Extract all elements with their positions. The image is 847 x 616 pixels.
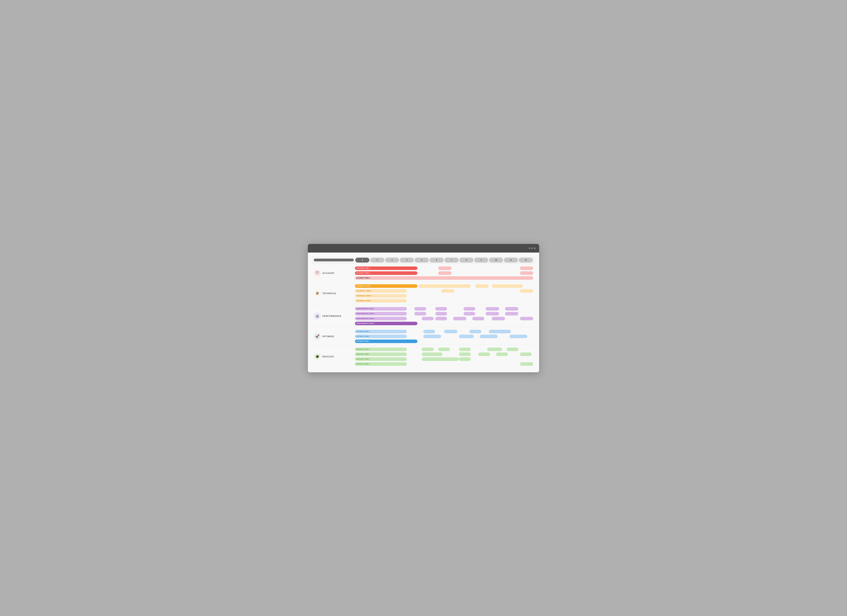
educate-icon: 🎓	[314, 353, 321, 360]
educate-title: EDUCATE	[322, 355, 334, 358]
week-header-6: 6	[429, 258, 444, 262]
bar-educate-r2-b2	[459, 357, 471, 361]
bar-technical-r0-b3	[492, 284, 523, 288]
bar-optimize-r1-b4	[509, 335, 527, 338]
bar-educate-r0-b3	[459, 348, 471, 351]
optimize-row-0: OPTIMIZE ITEM 1	[355, 330, 533, 333]
dot-1	[529, 248, 531, 249]
bar-educate-r0-b1	[422, 348, 434, 351]
bar-educate-r0-b0: EDUCATE ITEM 1	[355, 348, 407, 351]
bar-educate-r1-b0: EDUCATE ITEM 2	[355, 352, 407, 356]
bar-performance-r1-b5	[505, 312, 518, 315]
bar-performance-r1-b4	[485, 312, 499, 315]
performance-bars: PERFORMANCE ITEM 1PERFORMANCE ITEM 2PERF…	[355, 307, 533, 326]
section-performance: ◎PERFORMANCEPERFORMANCE ITEM 1PERFORMANC…	[312, 304, 535, 327]
educate-row-1: EDUCATE ITEM 2	[355, 352, 533, 356]
performance-row-2: PERFORMANCE ITEM 3	[355, 317, 533, 321]
technical-bars: TECHNICAL ITEM 1TECHNICAL ITEM 2TECHNICA…	[355, 284, 533, 303]
sections-container: 🛡ACCOUNTACCOUNT ITEM 1ACCOUNT ITEM 2ACCO…	[312, 264, 535, 368]
section-label-technical: ⚙TECHNICAL	[314, 284, 355, 303]
bar-account-r0-b1	[438, 267, 452, 270]
optimize-row-1: OPTIMIZE ITEM 2	[355, 335, 533, 338]
week-header-1: 1	[355, 258, 369, 262]
bar-performance-r2-b0: PERFORMANCE ITEM 3	[355, 317, 407, 320]
optimize-title: OPTIMIZE	[322, 335, 334, 337]
section-label-educate: 🎓EDUCATE	[314, 347, 355, 366]
section-educate: 🎓EDUCATEEDUCATE ITEM 1EDUCATE ITEM 2EDUC…	[312, 345, 535, 368]
bar-technical-r0-b2	[475, 284, 488, 288]
bar-performance-r0-b0: PERFORMANCE ITEM 1	[355, 307, 407, 311]
week-header-10: 10	[489, 258, 503, 262]
bar-optimize-r2-b0: OPTIMIZE ITEM 3	[355, 339, 418, 343]
bar-performance-r0-b5	[505, 307, 518, 311]
bar-optimize-r1-b2	[459, 335, 474, 338]
bar-performance-r2-b3	[453, 317, 466, 320]
bar-educate-r0-b5	[506, 348, 519, 351]
bar-performance-r2-b5	[492, 317, 505, 320]
performance-row-1: PERFORMANCE ITEM 2	[355, 312, 533, 315]
bar-technical-r2-b0: TECHNICAL ITEM 3	[355, 294, 407, 298]
bar-technical-r1-b1	[441, 289, 454, 293]
account-bars: ACCOUNT ITEM 1ACCOUNT ITEM 2ACCOUNT ITEM…	[355, 266, 533, 280]
bar-performance-r3-b0: PERFORMANCE ITEM 4	[355, 322, 418, 325]
bar-educate-r0-b2	[438, 348, 450, 351]
bar-educate-r3-b1	[520, 362, 533, 366]
bar-educate-r1-b2	[459, 352, 471, 356]
educate-row-2: EDUCATE ITEM 3	[355, 357, 533, 361]
optimize-bars: OPTIMIZE ITEM 1OPTIMIZE ITEM 2OPTIMIZE I…	[355, 330, 533, 343]
technical-row-0: TECHNICAL ITEM 1	[355, 284, 533, 288]
header-label-col	[314, 259, 355, 261]
bar-performance-r1-b2	[435, 312, 447, 315]
section-technical: ⚙TECHNICALTECHNICAL ITEM 1TECHNICAL ITEM…	[312, 281, 535, 304]
section-optimize: 🚀OPTIMIZEOPTIMIZE ITEM 1OPTIMIZE ITEM 2O…	[312, 327, 535, 345]
bar-performance-r2-b4	[472, 317, 484, 320]
bar-technical-r0-b1	[419, 284, 471, 288]
bar-educate-r0-b4	[487, 348, 502, 351]
weeks-header-row: 123456789101112	[355, 258, 533, 262]
week-header-11: 11	[504, 258, 518, 262]
bar-performance-r0-b3	[463, 307, 475, 311]
week-header-2: 2	[370, 258, 384, 262]
week-header-3: 3	[385, 258, 399, 262]
bar-performance-r1-b0: PERFORMANCE ITEM 2	[355, 312, 407, 315]
bar-account-r0-b0: ACCOUNT ITEM 1	[355, 267, 418, 270]
bar-educate-r2-b0: EDUCATE ITEM 3	[355, 357, 407, 361]
bar-optimize-r0-b4	[489, 330, 511, 333]
bar-performance-r0-b2	[435, 307, 447, 311]
bar-optimize-r0-b3	[469, 330, 481, 333]
bar-educate-r1-b4	[496, 352, 508, 356]
content-area: 123456789101112 🛡ACCOUNTACCOUNT ITEM 1AC…	[308, 252, 539, 372]
technical-icon: ⚙	[314, 290, 321, 297]
dot-2	[531, 248, 533, 249]
bar-optimize-r0-b1	[423, 330, 435, 333]
educate-row-3: EDUCATE ITEM 4	[355, 362, 533, 366]
technical-row-1: TECHNICAL ITEM 2	[355, 289, 533, 293]
bar-performance-r2-b1	[422, 317, 434, 320]
bar-optimize-r0-b0: OPTIMIZE ITEM 1	[355, 330, 407, 333]
bar-account-r1-b0: ACCOUNT ITEM 2	[355, 271, 418, 275]
week-header-8: 8	[459, 258, 474, 262]
educate-bars: EDUCATE ITEM 1EDUCATE ITEM 2EDUCATE ITEM…	[355, 347, 533, 366]
section-label-performance: ◎PERFORMANCE	[314, 307, 355, 326]
week-header-12: 12	[519, 258, 533, 262]
app-window: 123456789101112 🛡ACCOUNTACCOUNT ITEM 1AC…	[308, 244, 539, 372]
optimize-icon: 🚀	[314, 333, 321, 340]
performance-row-3: PERFORMANCE ITEM 4	[355, 321, 533, 326]
section-label-optimize: 🚀OPTIMIZE	[314, 330, 355, 343]
section-label-account: 🛡ACCOUNT	[314, 266, 355, 280]
gantt-chart: 123456789101112 🛡ACCOUNTACCOUNT ITEM 1AC…	[312, 256, 535, 368]
account-row-1: ACCOUNT ITEM 2	[355, 271, 533, 275]
titlebar	[308, 244, 539, 252]
bar-educate-r2-b1	[422, 357, 459, 361]
bar-performance-r0-b4	[485, 307, 499, 311]
bar-optimize-r1-b3	[480, 335, 497, 338]
bar-educate-r1-b3	[478, 352, 490, 356]
bar-technical-r1-b0: TECHNICAL ITEM 2	[355, 289, 407, 293]
bar-optimize-r1-b1	[423, 335, 441, 338]
technical-row-3: TECHNICAL ITEM 4	[355, 299, 533, 303]
optimize-row-2: OPTIMIZE ITEM 3	[355, 339, 533, 343]
bar-educate-r1-b1	[422, 352, 443, 356]
week-header-9: 9	[474, 258, 488, 262]
educate-row-0: EDUCATE ITEM 1	[355, 347, 533, 351]
bar-performance-r1-b3	[463, 312, 475, 315]
